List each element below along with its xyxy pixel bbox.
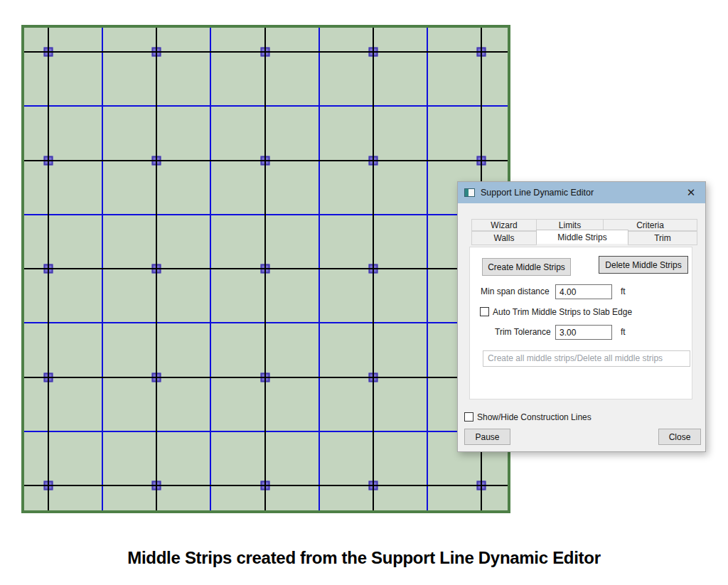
min-span-distance-unit: ft: [621, 284, 626, 299]
trim-tolerance-unit: ft: [621, 325, 626, 340]
delete-middle-strips-button[interactable]: Delete Middle Strips: [599, 256, 688, 274]
dialog-title: Support Line Dynamic Editor: [481, 188, 594, 198]
tab-middle-strips[interactable]: Middle Strips: [536, 230, 628, 244]
middle-strip-line-horizontal[interactable]: [24, 214, 508, 215]
tab-wizard[interactable]: Wizard: [471, 219, 537, 231]
support-line-horizontal[interactable]: [24, 51, 508, 53]
window-icon: [464, 188, 475, 197]
close-icon[interactable]: ✕: [683, 185, 699, 200]
tab-row-2: WallsMiddle StripsTrim: [471, 231, 697, 245]
trim-tolerance-label: Trim Tolerance: [495, 325, 551, 340]
figure-caption: Middle Strips created from the Support L…: [0, 548, 728, 568]
status-message-field: Create all middle strips/Delete all midd…: [483, 350, 690, 367]
slab-canvas[interactable]: [21, 25, 510, 513]
dialog-titlebar[interactable]: Support Line Dynamic Editor ✕: [458, 182, 705, 203]
trim-tolerance-input[interactable]: [555, 325, 612, 340]
support-line-horizontal[interactable]: [24, 268, 508, 269]
close-button[interactable]: Close: [658, 429, 701, 445]
min-span-distance-input[interactable]: [555, 284, 612, 299]
create-middle-strips-button[interactable]: Create Middle Strips: [482, 258, 571, 276]
support-line-horizontal[interactable]: [24, 485, 508, 486]
screenshot-stage: Support Line Dynamic Editor ✕ WizardLimi…: [0, 0, 728, 585]
auto-trim-label: Auto Trim Middle Strips to Slab Edge: [493, 307, 632, 317]
support-line-horizontal[interactable]: [24, 160, 508, 161]
auto-trim-checkbox[interactable]: [480, 307, 489, 316]
support-line-dynamic-editor-dialog: Support Line Dynamic Editor ✕ WizardLimi…: [457, 181, 706, 452]
min-span-distance-label: Min span distance: [481, 284, 550, 299]
show-hide-construction-lines-checkbox[interactable]: [464, 412, 473, 422]
support-line-horizontal[interactable]: [24, 377, 508, 378]
tab-walls[interactable]: Walls: [471, 231, 537, 245]
middle-strip-line-horizontal[interactable]: [24, 322, 508, 323]
pause-button[interactable]: Pause: [464, 429, 510, 445]
middle-strip-line-horizontal[interactable]: [24, 105, 508, 107]
show-hide-construction-lines-label: Show/Hide Construction Lines: [477, 412, 592, 422]
middle-strip-line-horizontal[interactable]: [24, 431, 508, 432]
tab-trim[interactable]: Trim: [628, 231, 697, 245]
